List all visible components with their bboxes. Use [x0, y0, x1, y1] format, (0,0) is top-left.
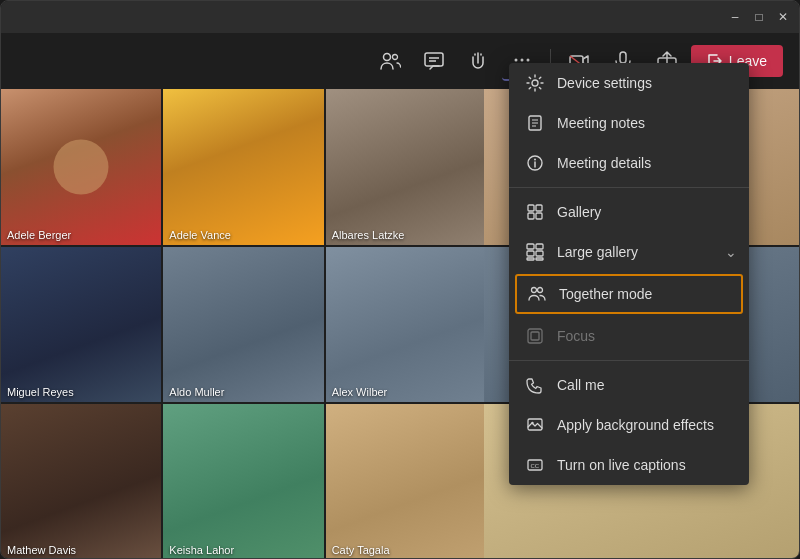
- tile-name-6: Alex Wilber: [332, 386, 388, 398]
- live-captions-label: Turn on live captions: [557, 457, 686, 473]
- video-tile-1: Adele Berger: [1, 89, 161, 245]
- menu-item-call-me[interactable]: Call me: [509, 365, 749, 405]
- apply-background-label: Apply background effects: [557, 417, 714, 433]
- tile-name-1: Adele Berger: [7, 229, 71, 241]
- apply-background-icon: [525, 415, 545, 435]
- tile-name-5: Aldo Muller: [169, 386, 224, 398]
- tile-name-3: Albares Latzke: [332, 229, 405, 241]
- svg-rect-27: [527, 251, 534, 256]
- menu-divider-1: [509, 187, 749, 188]
- svg-point-6: [520, 59, 523, 62]
- svg-point-5: [514, 59, 517, 62]
- device-settings-label: Device settings: [557, 75, 652, 91]
- tile-name-4: Miguel Reyes: [7, 386, 74, 398]
- maximize-button[interactable]: □: [751, 9, 767, 25]
- svg-rect-23: [528, 213, 534, 219]
- meeting-notes-icon: [525, 113, 545, 133]
- svg-point-7: [526, 59, 529, 62]
- device-settings-icon: [525, 73, 545, 93]
- chat-toolbar-icon[interactable]: [414, 41, 454, 81]
- video-tile-5: Aldo Muller: [163, 247, 323, 403]
- gallery-icon: [525, 202, 545, 222]
- menu-item-device-settings[interactable]: Device settings: [509, 63, 749, 103]
- svg-rect-21: [528, 205, 534, 211]
- svg-rect-34: [531, 332, 539, 340]
- meeting-notes-label: Meeting notes: [557, 115, 645, 131]
- live-captions-icon: CC: [525, 455, 545, 475]
- focus-label: Focus: [557, 328, 595, 344]
- menu-item-meeting-details[interactable]: Meeting details: [509, 143, 749, 183]
- svg-point-36: [531, 422, 533, 424]
- menu-item-together-mode[interactable]: Together mode: [515, 274, 743, 314]
- svg-rect-25: [527, 244, 534, 249]
- svg-rect-26: [536, 244, 543, 249]
- close-button[interactable]: ✕: [775, 9, 791, 25]
- video-grid: Adele Berger Adele Vance Albares Latzke …: [1, 89, 486, 559]
- menu-divider-2: [509, 360, 749, 361]
- menu-item-meeting-notes[interactable]: Meeting notes: [509, 103, 749, 143]
- video-tile-4: Miguel Reyes: [1, 247, 161, 403]
- tile-name-2: Adele Vance: [169, 229, 231, 241]
- gallery-label: Gallery: [557, 204, 601, 220]
- svg-point-0: [383, 54, 390, 61]
- together-mode-label: Together mode: [559, 286, 652, 302]
- tile-name-9: Caty Tagala: [332, 544, 390, 556]
- svg-rect-24: [536, 213, 542, 219]
- call-me-icon: [525, 375, 545, 395]
- svg-rect-33: [528, 329, 542, 343]
- menu-item-focus: Focus: [509, 316, 749, 356]
- focus-icon: [525, 326, 545, 346]
- svg-rect-2: [425, 53, 443, 66]
- menu-item-gallery[interactable]: Gallery: [509, 192, 749, 232]
- tile-name-8: Keisha Lahor: [169, 544, 234, 556]
- menu-item-apply-background[interactable]: Apply background effects: [509, 405, 749, 445]
- video-tile-2: Adele Vance: [163, 89, 323, 245]
- svg-rect-10: [620, 52, 626, 63]
- video-tile-9: Caty Tagala: [326, 404, 486, 559]
- raise-hand-toolbar-icon[interactable]: [458, 41, 498, 81]
- video-tile-7: Mathew Davis: [1, 404, 161, 559]
- tile-name-7: Mathew Davis: [7, 544, 76, 556]
- video-tile-3: Albares Latzke: [326, 89, 486, 245]
- meeting-details-icon: [525, 153, 545, 173]
- svg-point-1: [392, 55, 397, 60]
- menu-item-live-captions[interactable]: CC Turn on live captions: [509, 445, 749, 485]
- svg-text:CC: CC: [531, 463, 540, 469]
- svg-rect-30: [536, 258, 543, 260]
- svg-point-32: [538, 288, 543, 293]
- title-bar: – □ ✕: [1, 1, 799, 33]
- menu-item-large-gallery[interactable]: Large gallery ⌄: [509, 232, 749, 272]
- people-toolbar-icon[interactable]: [370, 41, 410, 81]
- video-tile-6: Alex Wilber: [326, 247, 486, 403]
- more-options-menu: Device settings Meeting notes: [509, 63, 749, 485]
- large-gallery-icon: [525, 242, 545, 262]
- call-me-label: Call me: [557, 377, 604, 393]
- svg-rect-28: [536, 251, 543, 256]
- svg-point-13: [532, 80, 538, 86]
- svg-rect-22: [536, 205, 542, 211]
- together-mode-icon: [527, 284, 547, 304]
- teams-window: – □ ✕: [0, 0, 800, 559]
- svg-rect-29: [527, 258, 534, 260]
- meeting-details-label: Meeting details: [557, 155, 651, 171]
- svg-point-20: [534, 159, 536, 161]
- minimize-button[interactable]: –: [727, 9, 743, 25]
- svg-point-31: [532, 288, 537, 293]
- video-tile-8: Keisha Lahor: [163, 404, 323, 559]
- large-gallery-chevron: ⌄: [725, 244, 737, 260]
- large-gallery-label: Large gallery: [557, 244, 638, 260]
